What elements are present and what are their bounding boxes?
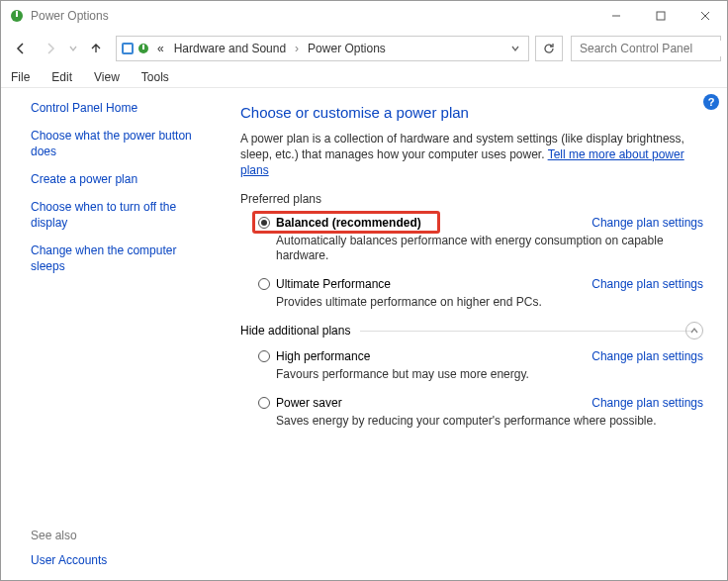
app-icon — [9, 8, 25, 24]
plan-name[interactable]: Ultimate Performance — [276, 277, 391, 291]
change-plan-settings-link[interactable]: Change plan settings — [592, 349, 703, 363]
svg-rect-1 — [16, 11, 18, 17]
menu-tools[interactable]: Tools — [137, 68, 173, 86]
menu-file[interactable]: File — [7, 68, 34, 86]
navbar: « Hardware and Sound › Power Options — [1, 31, 727, 66]
help-icon[interactable]: ? — [703, 94, 719, 110]
plan-row: Ultimate Performance Change plan setting… — [240, 277, 703, 291]
window-title: Power Options — [31, 9, 109, 23]
menu-view[interactable]: View — [90, 68, 124, 86]
sidebar: Control Panel Home Choose what the power… — [1, 88, 211, 580]
forward-button[interactable] — [37, 35, 64, 62]
control-panel-home-link[interactable]: Control Panel Home — [31, 100, 197, 116]
plan-radio[interactable] — [258, 278, 270, 290]
change-plan-settings-link[interactable]: Change plan settings — [592, 396, 703, 410]
svg-rect-3 — [657, 12, 665, 20]
preferred-plans-label: Preferred plans — [240, 192, 703, 206]
search-input[interactable] — [578, 41, 728, 56]
plan-name[interactable]: Balanced (recommended) — [276, 216, 421, 230]
up-button[interactable] — [82, 35, 110, 62]
collapse-icon[interactable] — [685, 322, 703, 339]
refresh-button[interactable] — [535, 36, 563, 61]
menubar: File Edit View Tools — [1, 66, 727, 88]
breadcrumb-prefix: « — [154, 42, 167, 55]
hide-additional-plans[interactable]: Hide additional plans — [240, 324, 703, 338]
plan-name[interactable]: Power saver — [276, 396, 342, 410]
change-plan-settings-link[interactable]: Change plan settings — [592, 216, 703, 230]
plan-radio[interactable] — [258, 217, 270, 229]
back-button[interactable] — [7, 35, 35, 62]
address-dropdown[interactable] — [506, 44, 524, 53]
address-bar[interactable]: « Hardware and Sound › Power Options — [116, 36, 529, 61]
address-icon — [121, 42, 150, 55]
see-also-label: See also — [31, 529, 197, 542]
breadcrumb-item[interactable]: Hardware and Sound — [171, 42, 289, 55]
plan-description: Saves energy by reducing your computer's… — [240, 414, 703, 429]
svg-rect-9 — [142, 45, 144, 49]
minimize-button[interactable] — [593, 1, 638, 31]
page-description: A power plan is a collection of hardware… — [240, 131, 703, 178]
breadcrumb-item[interactable]: Power Options — [305, 42, 389, 55]
plan-description: Favours performance but may use more ene… — [240, 367, 703, 382]
see-also-link[interactable]: User Accounts — [31, 552, 197, 568]
recent-dropdown[interactable] — [66, 35, 80, 62]
maximize-button[interactable] — [638, 1, 682, 31]
content-pane: ? Choose or customise a power plan A pow… — [211, 88, 727, 580]
plan-description: Provides ultimate performance on higher … — [240, 295, 703, 310]
plan-radio[interactable] — [258, 350, 270, 362]
sidebar-link[interactable]: Create a power plan — [31, 171, 197, 187]
plan-description: Automatically balances performance with … — [240, 234, 703, 263]
plan-row: High performance Change plan settings — [240, 349, 703, 363]
chevron-right-icon: › — [293, 42, 301, 55]
plan-radio[interactable] — [258, 397, 270, 409]
close-button[interactable] — [682, 1, 727, 31]
page-title: Choose or customise a power plan — [240, 104, 703, 121]
search-box[interactable] — [571, 36, 721, 61]
plan-row: Balanced (recommended) Change plan setti… — [240, 216, 703, 230]
menu-edit[interactable]: Edit — [47, 68, 76, 86]
sidebar-link[interactable]: Change when the computer sleeps — [31, 242, 197, 274]
titlebar: Power Options — [1, 1, 727, 31]
plan-row: Power saver Change plan settings — [240, 396, 703, 410]
svg-rect-7 — [124, 45, 132, 52]
sidebar-link[interactable]: Choose what the power button does — [31, 128, 197, 159]
change-plan-settings-link[interactable]: Change plan settings — [592, 277, 703, 291]
sidebar-link[interactable]: Choose when to turn off the display — [31, 199, 197, 231]
plan-name[interactable]: High performance — [276, 349, 370, 363]
